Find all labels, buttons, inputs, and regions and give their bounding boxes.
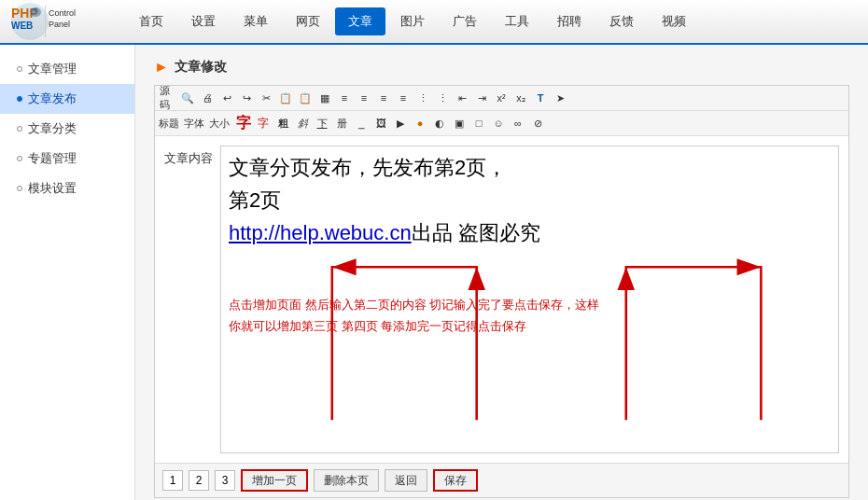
toolbar-bold-icon[interactable]: 粗 (273, 114, 292, 132)
toolbar-list-ul-icon[interactable]: ⋮ (433, 89, 452, 107)
save-button[interactable]: 保存 (433, 469, 478, 492)
toolbar-source-btn[interactable]: 源码 (159, 89, 177, 107)
toolbar-copy-icon[interactable]: 📋 (276, 89, 295, 107)
toolbar-strikethrough-icon[interactable]: 册 (332, 114, 351, 132)
toolbar-align-left-icon[interactable]: ≡ (335, 89, 354, 107)
toolbar-media-icon[interactable]: ▶ (391, 114, 410, 132)
toolbar-row-2: 标题 字体 大小 字 字 粗 斜 下 册 ⎯ 🖼 ▶ ● ◐ ▣ □ ☺ ∞ ⊘ (155, 111, 848, 136)
toolbar-more-icon[interactable]: ➤ (551, 89, 569, 107)
page-title-bar: ► 文章修改 (154, 59, 849, 76)
toolbar-emotion-icon[interactable]: ☺ (489, 114, 508, 132)
page-title: 文章修改 (175, 59, 227, 76)
editor-text-line2: 第2页 (229, 187, 831, 215)
delete-page-button[interactable]: 删除本页 (314, 469, 379, 492)
main-content: ► 文章修改 源码 🔍 🖨 ↩ ↪ ✂ 📋 📋 ▦ ≡ ≡ ≡ ≡ ⋮ ⋮ (135, 45, 868, 500)
toolbar-outdent-icon[interactable]: ⇤ (453, 89, 471, 107)
topbar: PHP WEB Control Panel 首页 设置 菜单 网页 文章 图片 … (0, 0, 868, 45)
toolbar-link-icon[interactable]: ∞ (509, 114, 527, 132)
toolbar-align-justify-icon[interactable]: ≡ (394, 89, 413, 107)
editor-link-suffix: 出品 盗图必究 (412, 221, 540, 244)
toolbar-search-icon[interactable]: 🔍 (178, 89, 197, 107)
dot-active-icon (17, 96, 22, 102)
instruction-text: 点击增加页面 然后输入第二页的内容 切记输入完了要点击保存，这样 你就可以增加第… (229, 294, 831, 338)
editor-container: 源码 🔍 🖨 ↩ ↪ ✂ 📋 📋 ▦ ≡ ≡ ≡ ≡ ⋮ ⋮ ⇤ ⇥ x² x₂… (154, 85, 849, 498)
toolbar-size-label: 大小 (209, 117, 230, 131)
editor-link[interactable]: http://help.webuc.cn (229, 221, 412, 244)
nav-item-home[interactable]: 首页 (126, 7, 176, 35)
nav-item-image[interactable]: 图片 (387, 7, 438, 35)
toolbar-table-icon[interactable]: ▦ (315, 89, 334, 107)
page-num-3-button[interactable]: 3 (215, 470, 235, 491)
toolbar-font-small-icon[interactable]: 字 (254, 114, 273, 132)
svg-marker-8 (468, 267, 485, 290)
editor-link-line: http://help.webuc.cn出品 盗图必究 (229, 219, 831, 247)
editor-text-line1: 文章分页发布，先发布第2页， (229, 154, 831, 183)
toolbar-paste-icon[interactable]: 📋 (296, 89, 315, 107)
toolbar-subscript-icon[interactable]: x₂ (511, 89, 530, 107)
sidebar-item-article-manage[interactable]: 文章管理 (0, 54, 134, 84)
svg-text:Panel: Panel (49, 20, 70, 29)
toolbar-font-large-icon[interactable]: 字 (234, 114, 253, 132)
toolbar-font-label: 字体 (184, 117, 204, 131)
content-label: 文章内容 (164, 146, 220, 167)
toolbar-print-icon[interactable]: 🖨 (198, 89, 217, 107)
nav-item-settings[interactable]: 设置 (178, 7, 229, 35)
dot-icon (17, 156, 22, 161)
layout: 文章管理 文章发布 文章分类 专题管理 模块设置 ► 文章修改 (0, 45, 868, 500)
toolbar-indent-icon[interactable]: ⇥ (472, 89, 491, 107)
toolbar-redo-icon[interactable]: ↪ (237, 89, 256, 107)
sidebar: 文章管理 文章发布 文章分类 专题管理 模块设置 (0, 45, 135, 500)
title-arrow-icon: ► (154, 59, 169, 76)
toolbar-heading-label: 标题 (159, 117, 179, 131)
svg-text:Control: Control (49, 8, 76, 18)
toolbar-align-right-icon[interactable]: ≡ (374, 89, 393, 107)
toolbar-special-icon[interactable]: ▣ (450, 114, 469, 132)
dot-icon (17, 186, 22, 191)
toolbar-superscript-icon[interactable]: x² (492, 89, 511, 107)
content-label-row: 文章内容 文章分页发布，先发布第2页， 第2页 http://help.webu… (155, 136, 848, 463)
editor-body[interactable]: 文章分页发布，先发布第2页， 第2页 http://help.webuc.cn出… (220, 146, 839, 453)
page-num-1-button[interactable]: 1 (162, 470, 183, 491)
logo: PHP WEB Control Panel (9, 1, 117, 42)
nav-menu: 首页 设置 菜单 网页 文章 图片 广告 工具 招聘 反馈 视频 (126, 7, 859, 35)
nav-item-article[interactable]: 文章 (335, 7, 385, 35)
toolbar-image-icon[interactable]: 🖼 (371, 114, 390, 132)
add-page-button[interactable]: 增加一页 (241, 469, 308, 492)
toolbar-undo-icon[interactable]: ↩ (217, 89, 236, 107)
toolbar-row-1: 源码 🔍 🖨 ↩ ↪ ✂ 📋 📋 ▦ ≡ ≡ ≡ ≡ ⋮ ⋮ ⇤ ⇥ x² x₂… (155, 86, 848, 111)
toolbar-align-center-icon[interactable]: ≡ (355, 89, 373, 107)
toolbar-list-ol-icon[interactable]: ⋮ (413, 89, 432, 107)
nav-item-webpage[interactable]: 网页 (283, 7, 333, 35)
sidebar-item-article-category[interactable]: 文章分类 (0, 114, 134, 144)
nav-item-menu[interactable]: 菜单 (231, 7, 281, 35)
sidebar-item-topic-manage[interactable]: 专题管理 (0, 144, 134, 174)
toolbar-hr-icon[interactable]: ⎯ (352, 114, 371, 132)
dot-icon (17, 126, 22, 132)
nav-item-feedback[interactable]: 反馈 (596, 7, 647, 35)
svg-marker-11 (737, 258, 762, 275)
bottom-toolbar: 1 2 3 增加一页 删除本页 返回 保存 (155, 463, 848, 497)
nav-item-ad[interactable]: 广告 (440, 7, 490, 35)
sidebar-item-article-publish[interactable]: 文章发布 (0, 84, 134, 114)
svg-rect-3 (45, 6, 46, 37)
page-num-2-button[interactable]: 2 (189, 470, 209, 491)
dot-icon (17, 66, 22, 72)
back-button[interactable]: 返回 (385, 469, 427, 492)
toolbar-unlink-icon[interactable]: ⊘ (528, 114, 547, 132)
svg-marker-9 (332, 258, 357, 275)
toolbar-cut-icon[interactable]: ✂ (257, 89, 275, 107)
toolbar-frame-icon[interactable]: □ (469, 114, 488, 132)
toolbar-format-icon[interactable]: T (531, 89, 550, 107)
nav-item-recruit[interactable]: 招聘 (544, 7, 595, 35)
svg-text:WEB: WEB (11, 21, 33, 31)
toolbar-bgcolor-icon[interactable]: ◐ (430, 114, 449, 132)
sidebar-item-module-settings[interactable]: 模块设置 (0, 174, 134, 203)
toolbar-italic-icon[interactable]: 斜 (293, 114, 312, 132)
svg-marker-10 (617, 267, 635, 290)
nav-item-tools[interactable]: 工具 (492, 7, 542, 35)
nav-item-video[interactable]: 视频 (649, 7, 699, 35)
toolbar-color-icon[interactable]: ● (411, 114, 429, 132)
toolbar-underline-icon[interactable]: 下 (313, 114, 331, 132)
